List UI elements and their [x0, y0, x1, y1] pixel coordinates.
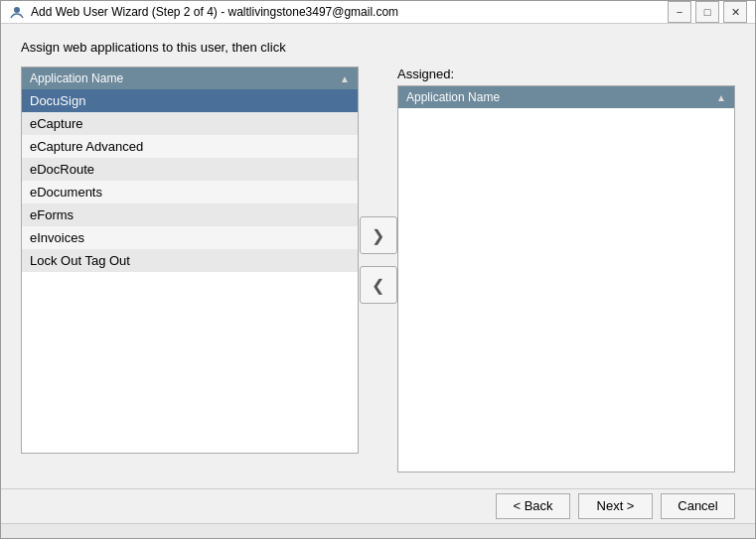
footer: < Back Next > Cancel	[1, 488, 755, 523]
available-list[interactable]: Application Name ▲ DocuSigneCaptureeCapt…	[21, 67, 359, 454]
left-list-item[interactable]: eDocuments	[22, 181, 358, 203]
main-window: Add Web User Wizard (Step 2 of 4) - walt…	[0, 0, 756, 539]
left-list-item[interactable]: eForms	[22, 203, 358, 226]
minimize-button[interactable]: −	[668, 1, 691, 23]
window-title: Add Web User Wizard (Step 2 of 4) - walt…	[31, 5, 668, 19]
add-arrow-icon: ❯	[372, 226, 384, 245]
next-button[interactable]: Next >	[578, 493, 653, 519]
svg-point-0	[14, 7, 20, 13]
title-bar: Add Web User Wizard (Step 2 of 4) - walt…	[1, 1, 755, 24]
left-list-item[interactable]: eInvoices	[22, 226, 358, 249]
left-panel-section: Application Name ▲ DocuSigneCaptureeCapt…	[21, 67, 359, 454]
cancel-button[interactable]: Cancel	[661, 493, 735, 519]
left-list-item[interactable]: eCapture	[22, 112, 358, 135]
left-list-header: Application Name ▲	[22, 67, 358, 89]
assigned-label: Assigned:	[397, 67, 735, 81]
panels-row: Application Name ▲ DocuSigneCaptureeCapt…	[21, 67, 735, 472]
back-button[interactable]: < Back	[496, 493, 570, 519]
app-icon	[9, 4, 25, 20]
remove-arrow-icon: ❮	[372, 276, 384, 295]
right-panel-section: Assigned: Application Name ▲	[397, 67, 735, 472]
add-button[interactable]: ❯	[360, 216, 397, 254]
arrow-buttons-panel: ❯ ❮	[359, 67, 397, 454]
window-controls: − □ ✕	[668, 1, 747, 23]
sort-icon: ▲	[340, 73, 350, 84]
restore-button[interactable]: □	[695, 1, 719, 23]
left-list-item[interactable]: eDocRoute	[22, 158, 358, 181]
right-list-header: Application Name ▲	[398, 86, 734, 108]
remove-button[interactable]: ❮	[360, 266, 397, 304]
right-header-text: Application Name	[406, 90, 500, 104]
left-list-item[interactable]: DocuSign	[22, 89, 358, 112]
left-list-item[interactable]: Lock Out Tag Out	[22, 249, 358, 272]
assigned-list[interactable]: Application Name ▲	[397, 85, 735, 472]
content-area: Assign web applications to this user, th…	[1, 24, 755, 488]
left-list-items: DocuSigneCaptureeCapture AdvancedeDocRou…	[22, 89, 358, 272]
instruction-text: Assign web applications to this user, th…	[21, 40, 735, 55]
left-list-item[interactable]: eCapture Advanced	[22, 135, 358, 158]
right-sort-icon: ▲	[716, 92, 726, 103]
left-header-text: Application Name	[30, 71, 123, 85]
status-bar	[1, 523, 755, 538]
close-button[interactable]: ✕	[723, 1, 747, 23]
